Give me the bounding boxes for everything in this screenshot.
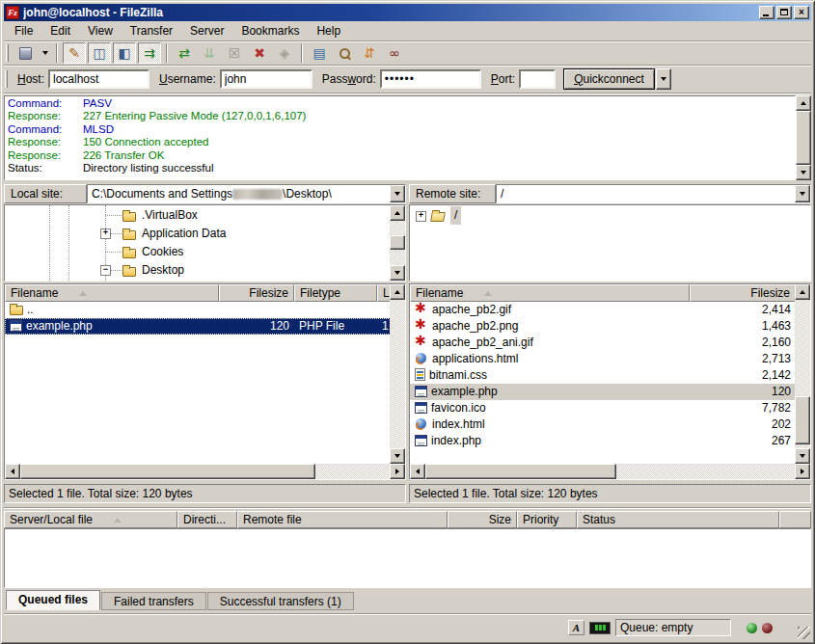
expand-icon[interactable]: + — [100, 228, 111, 239]
scroll-up-button[interactable] — [795, 284, 810, 300]
column-header-filesize[interactable]: Filesize — [219, 284, 294, 302]
toggle-remote-tree-button[interactable]: ◧ — [113, 42, 136, 64]
refresh-button[interactable]: ⇄ — [173, 42, 196, 64]
site-manager-dropdown[interactable] — [39, 42, 51, 64]
tree-item-desktop[interactable]: −Desktop — [5, 261, 389, 280]
scroll-down-button[interactable] — [796, 165, 811, 180]
menu-item-edit[interactable]: Edit — [41, 22, 79, 40]
php-file-icon — [415, 386, 427, 397]
column-header-blank[interactable] — [779, 511, 811, 528]
menu-item-help[interactable]: Help — [308, 22, 349, 40]
toolbar: ✎◫◧⇉⇄⇊☒✖◈▤⇵∞ — [5, 41, 407, 65]
directory-comparison-button[interactable] — [333, 42, 356, 64]
tab-successful-transfers-1[interactable]: Successful transfers (1) — [207, 592, 354, 610]
password-input[interactable] — [380, 69, 481, 89]
scroll-down-button[interactable] — [390, 448, 405, 464]
scroll-up-button[interactable] — [390, 284, 405, 300]
column-header-size[interactable]: Size — [448, 511, 517, 528]
toggle-local-tree-button[interactable]: ◫ — [88, 42, 111, 64]
collapse-icon[interactable]: − — [100, 265, 111, 276]
title-bar[interactable]: john@localhost - FileZilla × — [4, 4, 811, 21]
scroll-left-button[interactable] — [5, 464, 20, 479]
file-row-apache-pb2-gif[interactable]: apache_pb2.gif2,414 — [410, 302, 796, 318]
scrollbar-thumb[interactable] — [795, 396, 810, 444]
local-site-combo[interactable]: C:\Documents and Settings\Desktop\ — [87, 184, 406, 203]
remote-list-vscrollbar[interactable] — [795, 284, 810, 464]
menu-item-transfer[interactable]: Transfer — [122, 22, 181, 40]
chevron-down-icon — [661, 77, 666, 81]
tree-item-cookies[interactable]: Cookies — [5, 243, 389, 261]
close-button[interactable]: × — [794, 6, 809, 19]
toggle-transfer-queue-button[interactable]: ⇉ — [138, 42, 161, 64]
file-row-example-php[interactable]: example.php120PHP File1 — [5, 318, 391, 335]
local-site-dropdown-button[interactable] — [390, 185, 405, 202]
column-header-filename[interactable]: Filename — [410, 284, 690, 302]
tree-item-virtualbox[interactable]: .VirtualBox — [5, 206, 389, 225]
column-header-remote-file[interactable]: Remote file — [237, 511, 448, 528]
port-input[interactable] — [519, 69, 556, 89]
file-row-index-php[interactable]: index.php267 — [410, 433, 796, 449]
menu-item-view[interactable]: View — [79, 22, 122, 40]
file-row-apache-pb2-png[interactable]: apache_pb2.png1,463 — [410, 318, 796, 335]
quickconnect-dropdown-button[interactable] — [656, 68, 671, 90]
column-header-filetype[interactable]: Filetype — [294, 284, 377, 302]
menu-item-bookmarks[interactable]: Bookmarks — [232, 22, 308, 40]
speed-limits-icon[interactable] — [589, 622, 611, 634]
local-list-hscrollbar[interactable] — [5, 464, 405, 479]
column-header-filename[interactable]: Filename — [5, 284, 219, 302]
resize-grip[interactable] — [798, 627, 810, 639]
expand-icon[interactable]: + — [416, 211, 426, 222]
column-header-server-local-file[interactable]: Server/Local file — [4, 511, 177, 528]
username-input[interactable] — [220, 69, 312, 89]
directory-listing-filters-button[interactable]: ▤ — [308, 42, 331, 64]
file-row-index-html[interactable]: index.html202 — [410, 416, 796, 433]
file-row-example-php[interactable]: example.php120 — [410, 384, 796, 400]
scrollbar-thumb[interactable] — [425, 464, 616, 479]
remote-list-hscrollbar[interactable] — [410, 464, 810, 479]
ascii-data-type-icon[interactable]: A — [568, 620, 584, 635]
file-row-blank[interactable]: .. — [5, 302, 391, 318]
tree-item-application-data[interactable]: +Application Data — [5, 225, 389, 243]
quickconnect-button[interactable]: Quickconnect — [563, 68, 655, 90]
column-header-filesize[interactable]: Filesize — [690, 284, 796, 302]
file-row-favicon-ico[interactable]: favicon.ico7,782 — [410, 400, 796, 416]
menu-item-server[interactable]: Server — [181, 22, 232, 40]
column-header-priority[interactable]: Priority — [517, 511, 577, 528]
file-row-applications-html[interactable]: applications.html2,713 — [410, 351, 796, 367]
local-list-vscrollbar[interactable] — [390, 284, 405, 464]
scroll-right-button[interactable] — [390, 464, 405, 479]
scroll-up-button[interactable] — [390, 205, 405, 221]
remote-site-combo[interactable]: / — [496, 184, 811, 203]
column-header-l[interactable]: L — [377, 284, 391, 302]
scroll-down-button[interactable] — [390, 265, 405, 281]
scrollbar-thumb[interactable] — [390, 235, 405, 250]
scroll-left-button[interactable] — [410, 464, 425, 479]
tab-queued-files[interactable]: Queued files — [6, 590, 100, 610]
site-manager-button[interactable] — [14, 42, 37, 64]
remote-site-dropdown-button[interactable] — [795, 185, 810, 202]
minimize-button[interactable] — [759, 6, 774, 19]
toolbar-grip[interactable] — [6, 44, 9, 62]
synchronized-browsing-button[interactable]: ⇵ — [358, 42, 381, 64]
scrollbar-thumb[interactable] — [796, 111, 811, 165]
menu-item-file[interactable]: File — [6, 22, 41, 40]
message-log-scrollbar[interactable] — [796, 95, 811, 180]
toggle-message-log-button[interactable]: ✎ — [63, 42, 86, 64]
scrollbar-thumb[interactable] — [20, 464, 315, 479]
file-row-apache-pb2-ani-gif[interactable]: apache_pb2_ani.gif2,160 — [410, 335, 796, 351]
host-input[interactable] — [48, 69, 149, 89]
file-row-bitnami-css[interactable]: bitnami.css2,142 — [410, 367, 796, 384]
maximize-button[interactable] — [776, 6, 792, 19]
scroll-up-button[interactable] — [796, 95, 811, 111]
chevron-down-icon — [800, 192, 805, 196]
tree-item-blank[interactable]: +/ — [410, 206, 810, 225]
column-header-directi[interactable]: Directi... — [177, 511, 237, 528]
scroll-right-button[interactable] — [795, 464, 810, 479]
disconnect-button[interactable]: ✖ — [248, 42, 271, 64]
find-files-button[interactable]: ∞ — [383, 42, 406, 64]
column-header-status[interactable]: Status — [577, 511, 779, 528]
tab-failed-transfers[interactable]: Failed transfers — [101, 592, 206, 610]
local-tree-scrollbar[interactable] — [390, 205, 405, 281]
quickconnect-grip[interactable] — [5, 70, 8, 88]
scroll-down-button[interactable] — [795, 448, 810, 464]
